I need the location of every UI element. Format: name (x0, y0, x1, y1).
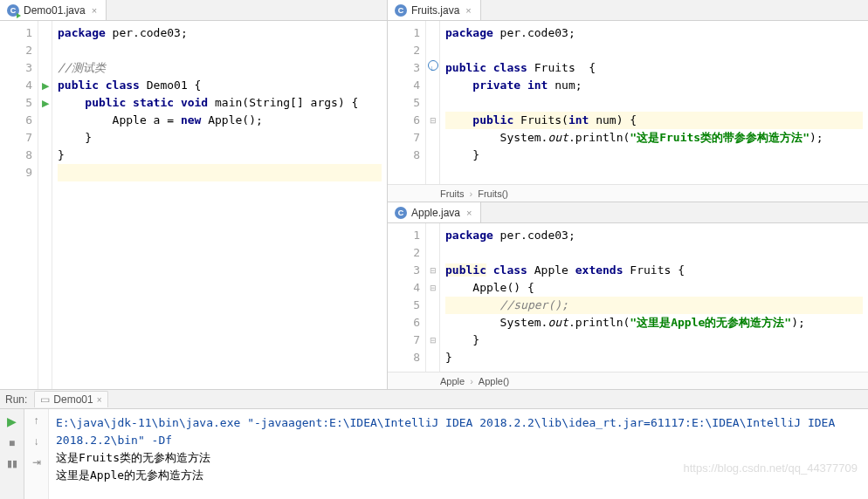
gutter-marks: ▶ ▶ (38, 21, 52, 389)
run-config-tab[interactable]: ▭ Demo01 × (34, 391, 107, 407)
down-icon[interactable]: ↓ (34, 435, 39, 448)
tab-apple[interactable]: C Apple.java × (388, 202, 481, 222)
line-gutter: 1 2 3 4 5 6 7 8 9 (0, 21, 38, 389)
right-editor-pane: C Fruits.java × 12345678 ⊟ package per.c… (388, 0, 868, 389)
code-area[interactable]: package per.code03;public class Fruits {… (440, 21, 868, 184)
run-toolbar-left: ▶ ■ ▮▮ (0, 409, 24, 499)
code-area[interactable]: package per.code03;//测试类public class Dem… (52, 21, 387, 389)
fold-icon[interactable]: ⊟ (430, 336, 437, 345)
run-header: Run: ▭ Demo01 × (0, 390, 868, 409)
java-class-run-icon: C (7, 4, 19, 17)
editor-fruits[interactable]: 12345678 ⊟ package per.code03;public cla… (388, 21, 868, 184)
tab-demo01[interactable]: C Demo01.java × (0, 0, 107, 20)
code-area[interactable]: package per.code03;public class Apple ex… (440, 223, 868, 372)
gutter-marks: ⊟ (426, 21, 440, 184)
close-icon[interactable]: × (97, 395, 102, 405)
left-editor-pane: C Demo01.java × 1 2 3 4 5 6 7 8 9 ▶ ▶ (0, 0, 388, 389)
breadcrumb-apple[interactable]: Apple›Apple() (388, 372, 868, 389)
close-icon[interactable]: × (464, 5, 472, 16)
close-icon[interactable]: × (465, 208, 473, 218)
tab-label: Fruits.java (411, 4, 459, 17)
run-panel: ▶ ■ ▮▮ ↑ ↓ ⇥ E:\java\jdk-11\bin\java.exe… (0, 409, 868, 499)
java-class-icon: C (395, 4, 407, 17)
app-icon: ▭ (40, 393, 50, 406)
line-gutter: 12345678 (388, 223, 426, 372)
run-toolbar-inner: ↑ ↓ ⇥ (24, 409, 49, 499)
java-class-icon: C (395, 207, 407, 219)
stop-icon[interactable]: ■ (9, 437, 15, 449)
tab-bar-fruits: C Fruits.java × (388, 0, 868, 21)
gutter-marks: ⊟ ⊟ ⊟ (426, 223, 440, 372)
soft-wrap-icon[interactable]: ⇥ (32, 456, 41, 468)
output-line: 这是Fruits类的无参构造方法 (56, 449, 861, 467)
override-icon[interactable] (428, 60, 438, 71)
tab-fruits[interactable]: C Fruits.java × (388, 0, 481, 20)
close-icon[interactable]: × (90, 5, 99, 16)
console-output[interactable]: E:\java\jdk-11\bin\java.exe "-javaagent:… (49, 409, 868, 499)
tab-bar-apple: C Apple.java × (388, 202, 868, 223)
line-gutter: 12345678 (388, 21, 426, 184)
tab-label: Demo01.java (24, 4, 86, 17)
editor-demo01[interactable]: 1 2 3 4 5 6 7 8 9 ▶ ▶ package per.code03… (0, 21, 387, 389)
run-label: Run: (5, 393, 27, 406)
tab-label: Apple.java (411, 207, 460, 219)
command-line: E:\java\jdk-11\bin\java.exe "-javaagent:… (56, 414, 861, 449)
fold-icon[interactable]: ⊟ (430, 284, 437, 292)
pause-icon[interactable]: ▮▮ (7, 458, 17, 469)
editor-apple[interactable]: 12345678 ⊟ ⊟ ⊟ package per.code03;public… (388, 223, 868, 372)
fold-icon[interactable]: ⊟ (430, 266, 437, 275)
tab-bar-left: C Demo01.java × (0, 0, 387, 21)
run-line-icon[interactable]: ▶ (42, 98, 49, 108)
up-icon[interactable]: ↑ (34, 414, 39, 427)
output-line: 这里是Apple的无参构造方法 (56, 467, 861, 484)
rerun-icon[interactable]: ▶ (7, 414, 17, 428)
breadcrumb-fruits[interactable]: Fruits›Fruits() (388, 184, 868, 202)
fold-icon[interactable]: ⊟ (430, 116, 437, 125)
run-line-icon[interactable]: ▶ (42, 80, 49, 91)
